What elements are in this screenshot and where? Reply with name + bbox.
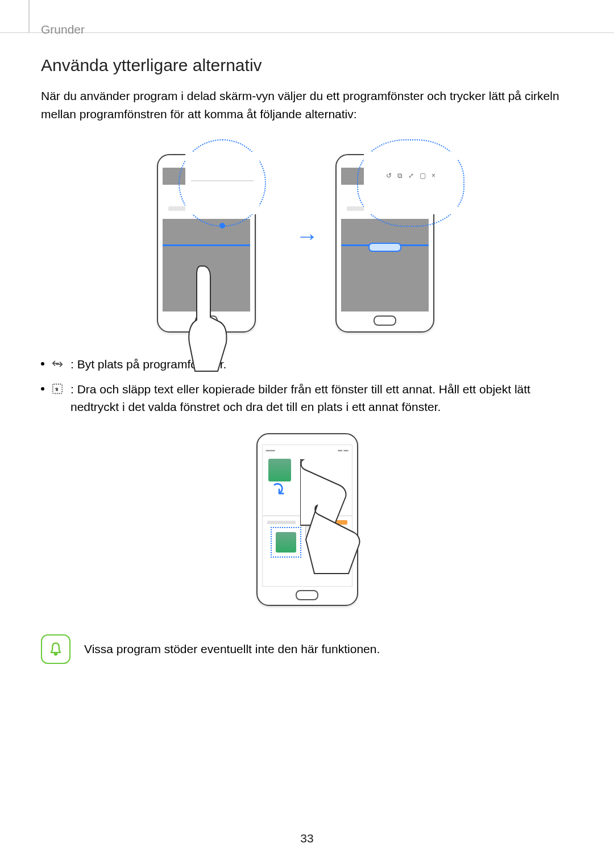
phone-screen: ▬▬ ▬ ▬ ↷ ▣ <box>262 445 352 587</box>
split-handle <box>368 243 401 252</box>
send-pill <box>335 520 347 525</box>
note-bell-icon <box>41 634 70 664</box>
phone-msg-placeholder <box>168 206 244 211</box>
phone-illustration-2: ↺ ⧉ ⤢ ▢ × <box>335 154 434 333</box>
hand-icon <box>181 263 232 377</box>
image-thumbnail-dropped <box>276 532 296 553</box>
intro-paragraph: När du använder program i delad skärm-vy… <box>41 87 573 123</box>
close-icon: × <box>432 172 435 180</box>
bullet-text: : Dra och släpp text eller kopierade bil… <box>70 380 573 416</box>
bullet-item-swap: : Byt plats på programfönster. <box>41 355 573 373</box>
bullet-dot-icon <box>41 362 44 366</box>
page-content: Använda ytterligare alternativ När du an… <box>0 33 614 664</box>
drop-target-box <box>271 527 301 558</box>
bullet-dot-icon <box>41 387 44 391</box>
section-heading: Använda ytterligare alternativ <box>41 56 573 75</box>
phone-screen <box>341 168 429 312</box>
note-text: Vissa program stöder eventuellt inte den… <box>84 642 380 656</box>
figure-drag-drop: ▬▬ ▬ ▬ ↷ ▣ <box>41 433 573 606</box>
split-divider <box>163 244 250 246</box>
attachment-icon: ▣ <box>305 526 318 537</box>
topbar-right: ▬ ▬ <box>338 447 348 455</box>
bullet-list: : Byt plats på programfönster. : Dra och… <box>41 355 573 416</box>
phone-top-panel <box>341 185 429 219</box>
phone-top-panel <box>163 185 250 219</box>
topbar-left: ▬▬ <box>266 447 275 455</box>
phone-illustration-2-wrapper: ↺ ⧉ ⤢ ▢ × <box>335 140 457 333</box>
figure-row-split-screen: → ↺ ⧉ ⤢ ▢ <box>41 140 573 333</box>
page-number: 33 <box>0 832 614 845</box>
arrow-icon: → <box>296 223 318 249</box>
message-row <box>267 518 347 527</box>
bullet-item-dragdrop: : Dra och släpp text eller kopierade bil… <box>41 380 573 416</box>
drag-drop-icon <box>51 383 64 395</box>
phone-illustration-1-wrapper <box>157 140 279 333</box>
phone-topbar: ▬▬ ▬ ▬ <box>266 447 349 455</box>
phone-msg-placeholder <box>347 206 423 211</box>
phone-illustration-3: ▬▬ ▬ ▬ ↷ ▣ <box>256 433 358 606</box>
swap-windows-icon <box>51 358 64 370</box>
phone-illustration-1 <box>157 154 256 333</box>
split-divider <box>263 516 352 516</box>
note-callout: Vissa program stöder eventuellt inte den… <box>41 634 573 664</box>
bullet-text: : Byt plats på programfönster. <box>70 355 573 373</box>
page-edge-marker <box>28 0 30 33</box>
msg-label <box>267 521 296 524</box>
header-section-name: Grunder <box>41 23 85 36</box>
page-header: Grunder <box>0 0 614 33</box>
